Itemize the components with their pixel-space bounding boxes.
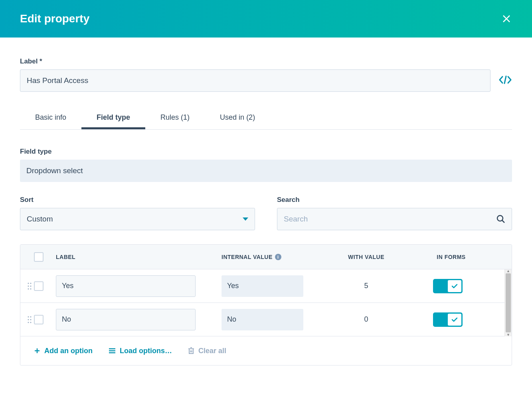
trash-icon <box>188 347 194 354</box>
table-footer: Add an option Load options… Clear all <box>20 336 512 365</box>
scroll-up-icon: ▲ <box>505 269 512 273</box>
svg-point-3 <box>497 215 503 221</box>
svg-point-16 <box>30 322 32 323</box>
clear-all-button[interactable]: Clear all <box>188 347 226 355</box>
th-label: LABEL <box>56 254 222 260</box>
svg-point-15 <box>28 322 29 323</box>
row-checkbox[interactable] <box>34 315 44 324</box>
svg-point-5 <box>28 283 29 284</box>
check-icon <box>451 317 458 322</box>
close-icon <box>502 14 511 23</box>
load-options-button[interactable]: Load options… <box>109 347 172 355</box>
code-toggle-button[interactable] <box>498 75 512 92</box>
svg-point-9 <box>28 288 29 289</box>
close-button[interactable] <box>501 13 512 24</box>
search-label: Search <box>277 196 512 204</box>
row-checkbox[interactable] <box>34 281 44 291</box>
tabs: Basic info Field type Rules (1) Used in … <box>20 108 512 130</box>
svg-point-12 <box>30 316 32 317</box>
svg-point-14 <box>30 319 32 320</box>
svg-point-10 <box>30 288 32 289</box>
sort-value: Custom <box>27 215 53 223</box>
check-icon <box>451 283 458 289</box>
option-internal-value: No <box>222 309 303 330</box>
option-with-value: 0 <box>335 315 397 324</box>
option-internal-value: Yes <box>222 275 303 297</box>
drag-icon <box>28 282 32 290</box>
scrollbar[interactable]: ▲ ▼ <box>504 269 512 336</box>
scroll-down-icon: ▼ <box>505 332 512 337</box>
th-in-forms: IN FORMS <box>397 254 505 260</box>
plus-icon <box>34 348 40 354</box>
drag-handle[interactable] <box>25 316 34 324</box>
svg-line-2 <box>504 76 506 83</box>
info-icon[interactable]: i <box>275 254 281 260</box>
option-label-input[interactable] <box>56 309 196 330</box>
modal-title: Edit property <box>20 12 89 25</box>
in-forms-toggle[interactable] <box>433 312 463 327</box>
option-with-value: 5 <box>335 282 397 290</box>
th-with-value: WITH VALUE <box>335 254 397 260</box>
svg-point-13 <box>28 319 29 320</box>
label-input[interactable] <box>20 69 490 92</box>
svg-line-4 <box>502 220 504 223</box>
add-option-button[interactable]: Add an option <box>34 347 93 355</box>
scrollbar-thumb[interactable] <box>506 273 511 332</box>
svg-point-11 <box>28 316 29 317</box>
field-type-label: Field type <box>20 148 512 156</box>
option-label-input[interactable] <box>56 275 196 297</box>
table-row: Yes 5 <box>20 269 512 303</box>
table-header: LABEL INTERNAL VALUE i WITH VALUE IN FOR… <box>20 245 512 269</box>
in-forms-toggle[interactable] <box>433 279 463 293</box>
table-row: No 0 <box>20 303 512 336</box>
tab-used-in[interactable]: Used in (2) <box>205 108 270 129</box>
search-box[interactable] <box>277 208 512 230</box>
label-field-label: Label * <box>20 57 490 65</box>
code-icon <box>498 75 512 85</box>
svg-point-6 <box>30 283 32 284</box>
tab-basic-info[interactable]: Basic info <box>20 108 81 129</box>
sort-select[interactable]: Custom <box>20 208 255 230</box>
options-table: LABEL INTERNAL VALUE i WITH VALUE IN FOR… <box>20 244 512 366</box>
th-internal: INTERNAL VALUE i <box>222 254 335 260</box>
svg-point-8 <box>30 285 32 287</box>
drag-handle[interactable] <box>25 282 34 290</box>
tab-field-type[interactable]: Field type <box>81 108 145 129</box>
chevron-down-icon <box>243 217 248 221</box>
sort-label: Sort <box>20 196 255 204</box>
list-icon <box>109 348 116 354</box>
search-input[interactable] <box>284 215 496 223</box>
select-all-checkbox[interactable] <box>34 252 44 262</box>
tab-rules[interactable]: Rules (1) <box>145 108 205 129</box>
field-type-value: Dropdown select <box>20 160 512 182</box>
drag-icon <box>28 316 32 324</box>
svg-point-7 <box>28 285 29 287</box>
modal-header: Edit property <box>0 0 532 38</box>
search-icon <box>496 215 505 223</box>
